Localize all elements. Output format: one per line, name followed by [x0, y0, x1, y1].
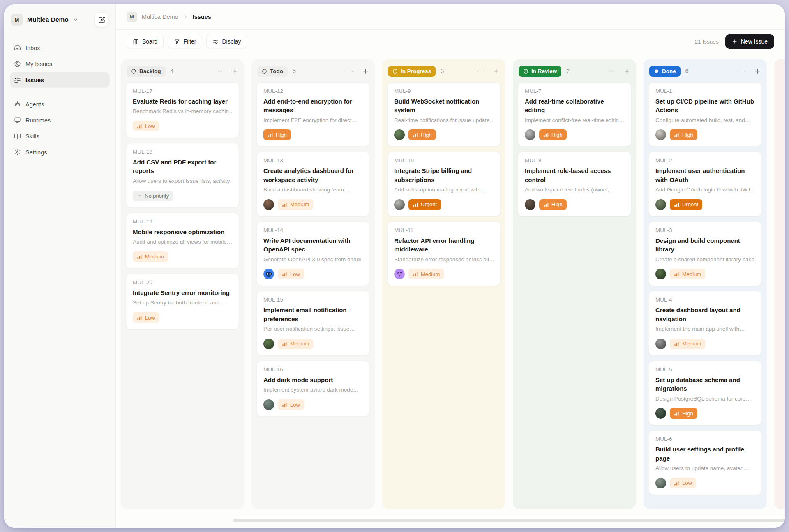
assignee-avatar[interactable] [263, 339, 274, 349]
assignee-avatar[interactable] [263, 399, 274, 410]
filter-button[interactable]: Filter [168, 35, 202, 48]
priority-badge[interactable]: Low [670, 478, 696, 488]
sidebar-item-label: Settings [25, 149, 47, 156]
issue-card[interactable]: MUL-13Create analytics dashboard for wor… [256, 152, 370, 216]
status-pill-in-progress[interactable]: In Progress [388, 66, 436, 77]
issue-card[interactable]: MUL-2Implement user authentication with … [648, 152, 762, 216]
compose-button[interactable] [94, 12, 109, 27]
assignee-avatar[interactable] [655, 129, 666, 140]
issue-card[interactable]: MUL-1Set up CI/CD pipeline with GitHub A… [648, 82, 762, 147]
issue-card[interactable]: MUL-4Create dashboard layout and navigat… [648, 291, 762, 355]
assignee-avatar[interactable] [655, 408, 666, 419]
column-more-button[interactable] [477, 67, 484, 75]
column-add-issue-button[interactable] [754, 68, 761, 75]
issue-footer: Medium [394, 269, 494, 279]
new-issue-button[interactable]: New Issue [725, 34, 774, 49]
issue-card[interactable]: MUL-12Add end-to-end encryption for mess… [256, 82, 370, 147]
priority-badge[interactable]: Medium [278, 199, 313, 210]
assignee-avatar[interactable] [655, 269, 666, 279]
priority-badge[interactable]: High [263, 129, 291, 140]
assignee-avatar[interactable] [525, 129, 535, 140]
issue-description: Implement system-aware dark mode… [263, 386, 363, 394]
breadcrumb-workspace[interactable]: Multica Demo [142, 14, 178, 20]
assignee-avatar[interactable] [655, 199, 666, 210]
issue-title: Mobile responsive optimization [133, 228, 232, 236]
assignee-avatar[interactable] [655, 339, 666, 349]
status-pill-in-review[interactable]: In Review [519, 66, 561, 77]
priority-badge[interactable]: Low [133, 312, 159, 323]
issue-card[interactable]: MUL-20Integrate Sentry error monitoringS… [126, 274, 239, 329]
priority-badge[interactable]: Medium [670, 269, 705, 279]
assignee-avatar-dizzy[interactable] [394, 269, 405, 279]
priority-badge[interactable]: Urgent [670, 199, 702, 210]
priority-badge[interactable]: No priority [133, 191, 173, 201]
issue-card[interactable]: MUL-3Design and build component libraryC… [648, 221, 762, 286]
assignee-avatar[interactable] [394, 129, 405, 140]
board-view-button[interactable]: Board [127, 35, 164, 48]
issue-card[interactable]: MUL-16Add dark mode supportImplement sys… [256, 361, 370, 417]
priority-badge[interactable]: Medium [670, 339, 705, 349]
assignee-avatar[interactable] [263, 199, 274, 210]
issue-card[interactable]: MUL-10Integrate Stripe billing and subsc… [387, 152, 501, 216]
priority-badge[interactable]: High [670, 129, 697, 140]
status-pill-done[interactable]: Done [649, 66, 681, 77]
issue-card[interactable]: MUL-19Mobile responsive optimizationAudi… [126, 213, 239, 269]
priority-badge[interactable]: Medium [408, 269, 444, 279]
priority-bars-icon [282, 271, 288, 277]
workspace-logo: M [11, 14, 23, 26]
priority-badge[interactable]: Low [133, 121, 159, 131]
issue-card[interactable]: MUL-17Evaluate Redis for caching layerBe… [126, 82, 239, 138]
horizontal-scrollbar[interactable] [233, 519, 785, 522]
issue-title: Integrate Sentry error monitoring [133, 288, 232, 297]
column-add-issue-button[interactable] [231, 68, 238, 75]
issue-card[interactable]: MUL-6Build user settings and profile pag… [648, 430, 762, 495]
column-more-button[interactable] [216, 67, 223, 75]
column-add-issue-button[interactable] [623, 68, 630, 75]
issue-description: Add subscription management with… [394, 186, 494, 194]
assignee-avatar-robot[interactable] [263, 269, 274, 279]
issue-card[interactable]: MUL-14Write API documentation with OpenA… [256, 221, 370, 286]
issue-id: MUL-19 [133, 219, 232, 225]
sidebar-item-agents[interactable]: Agents [10, 97, 110, 112]
breadcrumb-page: Issues [193, 14, 211, 20]
app-window: M Multica Demo InboxMy IssuesIssues Agen… [4, 4, 785, 528]
issue-card[interactable]: MUL-11Refactor API error handling middle… [387, 221, 501, 286]
column-more-button[interactable] [738, 67, 746, 75]
sidebar-item-skills[interactable]: Skills [10, 129, 110, 144]
priority-badge[interactable]: High [539, 199, 567, 210]
issue-card[interactable]: MUL-7Add real-time collaborative editing… [518, 82, 631, 147]
sidebar-item-issues[interactable]: Issues [10, 72, 110, 88]
priority-badge[interactable]: High [670, 408, 697, 419]
priority-badge[interactable]: Low [278, 269, 304, 279]
priority-badge[interactable]: High [539, 129, 567, 140]
priority-badge[interactable]: Urgent [408, 199, 441, 210]
workspace-switcher[interactable]: M Multica Demo [10, 11, 110, 29]
priority-badge[interactable]: Medium [278, 339, 313, 349]
issue-id: MUL-11 [394, 227, 494, 233]
issue-card[interactable]: MUL-15Implement email notification prefe… [256, 291, 370, 355]
assignee-avatar[interactable] [525, 199, 535, 210]
issue-card[interactable]: MUL-9Build WebSocket notification system… [387, 82, 501, 147]
issue-footer: No priority [133, 191, 232, 201]
issue-footer: High [525, 129, 624, 140]
column-more-button[interactable] [346, 67, 354, 75]
priority-badge[interactable]: Low [278, 399, 304, 410]
assignee-avatar[interactable] [394, 199, 405, 210]
column-add-issue-button[interactable] [493, 68, 500, 75]
column-more-button[interactable] [608, 67, 615, 75]
assignee-avatar[interactable] [655, 478, 666, 488]
issue-description: Per-user notification settings: issue… [263, 325, 363, 333]
display-button[interactable]: Display [206, 35, 247, 48]
status-pill-backlog[interactable]: Backlog [127, 66, 166, 77]
priority-badge[interactable]: High [408, 129, 436, 140]
issue-card[interactable]: MUL-8Implement role-based access control… [518, 152, 631, 216]
status-pill-todo[interactable]: Todo [257, 66, 288, 77]
priority-badge[interactable]: Medium [133, 251, 168, 262]
sidebar-item-my-issues[interactable]: My Issues [10, 56, 110, 71]
sidebar-item-inbox[interactable]: Inbox [10, 40, 110, 55]
issue-card[interactable]: MUL-5Set up database schema and migratio… [648, 361, 762, 425]
issue-card[interactable]: MUL-18Add CSV and PDF export for reports… [126, 143, 239, 207]
sidebar-item-runtimes[interactable]: Runtimes [10, 113, 110, 128]
column-add-issue-button[interactable] [362, 68, 369, 75]
sidebar-item-settings[interactable]: Settings [10, 145, 110, 160]
